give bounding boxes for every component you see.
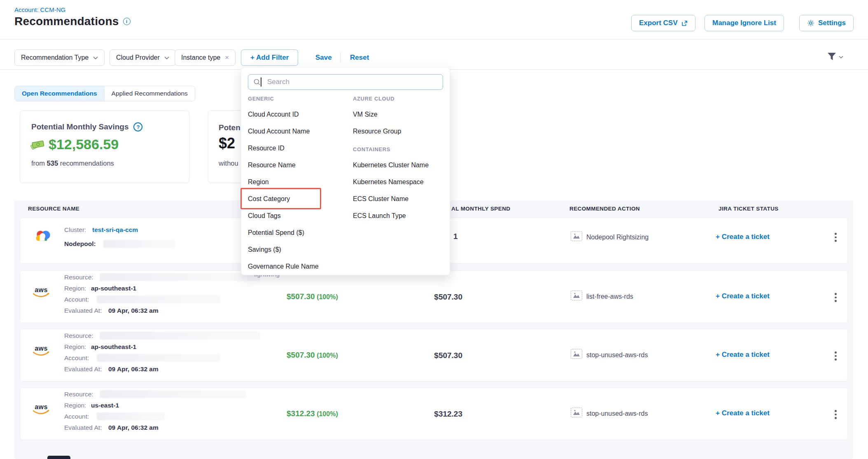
filter-option-kubernetes-cluster-name[interactable]: Kubernetes Cluster Name	[353, 162, 429, 169]
filter-chip-cloud-provider[interactable]: Cloud Provider	[110, 49, 176, 66]
filter-chip-instance-type[interactable]: Instance type ×	[175, 49, 236, 66]
filter-option-ecs-cluster-name[interactable]: ECS Cluster Name	[353, 195, 408, 203]
cluster-link[interactable]: test-sri-qa-ccm	[92, 226, 138, 234]
filter-search[interactable]	[248, 74, 443, 90]
settings-button[interactable]: Settings	[799, 15, 854, 31]
action-image-icon	[571, 349, 582, 359]
filter-option-region[interactable]: Region	[248, 178, 269, 186]
filter-option-resource-group[interactable]: Resource Group	[353, 128, 401, 135]
add-filter-dropdown: GENERIC Cloud Account ID Cloud Account N…	[241, 67, 450, 275]
row-menu-button[interactable]	[833, 231, 838, 244]
savings-card-title: Potential Monthly Savings	[31, 122, 128, 131]
chevron-down-icon	[93, 56, 98, 59]
savings-subtext: from 535 recommendations	[31, 159, 114, 167]
clipped-bottom-element	[47, 456, 70, 459]
info-icon[interactable]: i	[123, 18, 131, 25]
section-generic: GENERIC	[248, 96, 274, 102]
create-ticket-button[interactable]: + Create a ticket	[716, 351, 770, 359]
partial-card-subtext: withou	[219, 159, 238, 167]
tab-open-recommendations[interactable]: Open Recommendations	[15, 86, 104, 101]
filter-links-divider	[340, 52, 341, 63]
funnel-icon	[827, 52, 837, 61]
chip-label: Instance type	[181, 54, 220, 61]
row-menu-button[interactable]	[833, 408, 838, 421]
section-containers: CONTAINERS	[353, 146, 390, 152]
gcp-cloud-icon	[35, 229, 52, 245]
create-ticket-button[interactable]: + Create a ticket	[716, 292, 770, 300]
filter-option-ecs-launch-type[interactable]: ECS Launch Type	[353, 212, 406, 220]
create-ticket-button[interactable]: + Create a ticket	[716, 409, 770, 417]
filter-option-governance-rule-name[interactable]: Governance Rule Name	[248, 263, 319, 270]
reset-filter-button[interactable]: Reset	[350, 54, 369, 62]
manage-ignore-list-button[interactable]: Manage Ignore List	[705, 15, 784, 31]
filter-option-vm-size[interactable]: VM Size	[353, 111, 378, 118]
monthly-spend-value: $312.23	[404, 410, 462, 419]
partial-card-amount: $2	[219, 135, 235, 152]
aws-icon: aws	[33, 404, 50, 415]
action-image-icon	[571, 231, 582, 241]
aws-icon: aws	[33, 287, 50, 298]
filter-option-cloud-account-name[interactable]: Cloud Account Name	[248, 128, 310, 135]
filter-menu-button[interactable]	[827, 52, 843, 61]
savings-percent: (100%)	[317, 410, 338, 417]
column-jira-ticket-status: JIRA TICKET STATUS	[719, 206, 779, 212]
row-menu-button[interactable]	[833, 291, 838, 304]
column-total-monthly-spend: AL MONTHLY SPEND	[451, 206, 510, 212]
evaluated-value: 09 Apr, 06:32 am	[108, 424, 159, 431]
save-filter-button[interactable]: Save	[315, 54, 332, 62]
search-input[interactable]	[264, 78, 429, 86]
monthly-savings-value: $507.30	[287, 351, 315, 359]
recommendations-page: Account: CCM-NG Recommendations i Export…	[0, 0, 868, 459]
export-csv-button[interactable]: Export CSV	[631, 15, 695, 31]
create-ticket-button[interactable]: + Create a ticket	[716, 233, 770, 241]
filter-option-potential-spend[interactable]: Potential Spend ($)	[248, 229, 304, 237]
chevron-down-icon	[839, 56, 843, 59]
savings-percent: (100%)	[317, 293, 338, 300]
remove-chip-icon[interactable]: ×	[225, 54, 229, 62]
recommended-action-label: stop-unused-aws-rds	[586, 351, 648, 359]
breadcrumb[interactable]: Account: CCM-NG	[14, 6, 65, 13]
action-image-icon	[571, 407, 582, 417]
text-cursor	[261, 77, 261, 87]
account-label: Account:	[64, 296, 89, 303]
evaluated-value: 09 Apr, 06:32 am	[108, 365, 159, 373]
help-icon[interactable]: ?	[133, 122, 142, 131]
filter-option-resource-name[interactable]: Resource Name	[248, 162, 296, 169]
redacted-value	[97, 354, 220, 362]
region-value: ap-southeast-1	[91, 285, 136, 292]
recommended-action-label: list-free-aws-rds	[586, 293, 633, 300]
recommended-action-label: Nodepool Rightsizing	[586, 234, 649, 241]
row-menu-button[interactable]	[833, 350, 838, 362]
region-label: Region:	[64, 285, 86, 292]
table-row[interactable]: aws Resource: Region: us-east-1 Account:…	[20, 387, 848, 440]
redacted-value	[97, 295, 220, 303]
filter-option-cost-category[interactable]: Cost Category	[248, 195, 290, 203]
search-icon	[253, 78, 261, 86]
tab-applied-recommendations[interactable]: Applied Recommendations	[104, 86, 195, 101]
region-value: ap-southeast-1	[91, 343, 136, 351]
potential-monthly-savings-card: Potential Monthly Savings ? $12,586.59 f…	[20, 110, 189, 183]
filter-option-savings[interactable]: Savings ($)	[248, 246, 281, 253]
column-resource-name: RESOURCE NAME	[28, 206, 79, 212]
region-label: Region:	[64, 402, 86, 409]
filter-option-kubernetes-namespace[interactable]: Kubernetes Namespace	[353, 178, 424, 186]
aws-icon: aws	[33, 346, 50, 356]
recommendations-tabs: Open Recommendations Applied Recommendat…	[14, 86, 195, 101]
chip-label: Recommendation Type	[21, 54, 89, 61]
money-icon	[30, 139, 45, 150]
filter-option-resource-id[interactable]: Resource ID	[248, 145, 285, 152]
filter-chip-recommendation-type[interactable]: Recommendation Type	[14, 49, 105, 66]
redacted-value	[103, 240, 175, 248]
evaluated-value: 09 Apr, 06:32 am	[108, 307, 159, 314]
region-label: Region:	[64, 343, 86, 351]
filter-option-cloud-tags[interactable]: Cloud Tags	[248, 212, 281, 220]
filter-option-cloud-account-id[interactable]: Cloud Account ID	[248, 111, 299, 118]
monthly-savings-value: $312.23	[287, 409, 315, 418]
table-row[interactable]: aws Resource: Region: ap-southeast-1 Acc…	[20, 270, 848, 323]
resource-label: Resource:	[64, 274, 93, 281]
table-row[interactable]: aws Resource: Region: ap-southeast-1 Acc…	[20, 329, 848, 382]
monthly-spend-value: $507.30	[404, 351, 462, 360]
savings-amount: $12,586.59	[49, 136, 119, 152]
account-label: Account:	[64, 413, 89, 420]
add-filter-button[interactable]: + Add Filter	[241, 49, 298, 66]
